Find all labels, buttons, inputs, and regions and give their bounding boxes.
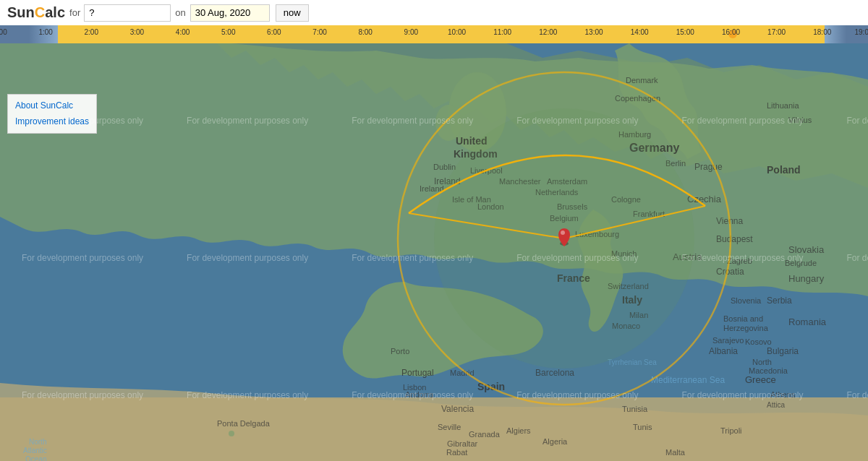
- svg-text:Slovakia: Slovakia: [788, 244, 825, 255]
- svg-text:Algiers: Algiers: [506, 426, 531, 435]
- info-panel: About SunCalc Improvement ideas: [7, 94, 97, 134]
- for-label: for: [69, 7, 80, 18]
- timeline-dawn: [29, 25, 58, 43]
- svg-text:Greece: Greece: [745, 374, 776, 385]
- svg-text:Gibraltar: Gibraltar: [447, 439, 478, 448]
- svg-text:Romania: Romania: [788, 316, 827, 327]
- timeline[interactable]: [0, 25, 868, 43]
- svg-text:Bosnia and: Bosnia and: [723, 314, 763, 323]
- improvement-link[interactable]: Improvement ideas: [15, 114, 89, 130]
- time-cursor[interactable]: [728, 30, 737, 38]
- svg-text:Granada: Granada: [469, 430, 501, 439]
- svg-text:Serbia: Serbia: [767, 296, 792, 306]
- on-label: on: [175, 7, 185, 18]
- date-input[interactable]: [190, 4, 270, 22]
- svg-text:North: North: [29, 438, 46, 446]
- svg-text:Tunis: Tunis: [633, 423, 652, 431]
- svg-text:Slovenia: Slovenia: [731, 296, 762, 305]
- svg-text:Macedonia: Macedonia: [749, 366, 788, 375]
- svg-text:Kosovo: Kosovo: [745, 337, 772, 346]
- logo-highlight: C: [35, 4, 45, 20]
- svg-text:Ponta Delgada: Ponta Delgada: [217, 419, 271, 428]
- svg-text:Porto: Porto: [391, 347, 409, 356]
- svg-text:Hungary: Hungary: [788, 273, 825, 284]
- svg-text:Poland: Poland: [767, 164, 801, 176]
- svg-text:Valencia: Valencia: [441, 404, 474, 414]
- svg-text:Algeria: Algeria: [542, 437, 568, 446]
- svg-point-88: [561, 231, 565, 235]
- svg-text:Seville: Seville: [438, 423, 461, 431]
- svg-text:Atlantic: Atlantic: [23, 447, 47, 454]
- app-logo: SunCalc: [7, 4, 65, 21]
- svg-text:Athens: Athens: [770, 390, 796, 399]
- svg-text:Albania: Albania: [709, 346, 738, 356]
- svg-text:Ocean: Ocean: [25, 455, 46, 461]
- svg-text:Lithuania: Lithuania: [767, 101, 800, 110]
- svg-text:Tripoli: Tripoli: [720, 426, 742, 435]
- svg-text:North: North: [752, 358, 772, 366]
- svg-text:Rabat: Rabat: [446, 448, 467, 457]
- about-link[interactable]: About SunCalc: [15, 98, 89, 114]
- svg-text:Denmark: Denmark: [626, 76, 658, 85]
- timeline-dusk: [825, 25, 846, 43]
- timeline-day: [58, 25, 825, 43]
- map-background: Germany Czechia France Austria Italy Spa…: [0, 43, 868, 461]
- svg-text:Bulgaria: Bulgaria: [767, 346, 799, 356]
- svg-text:Sarajevo: Sarajevo: [712, 336, 744, 345]
- svg-text:Herzegovina: Herzegovina: [723, 324, 769, 332]
- svg-text:Lisbon: Lisbon: [403, 383, 426, 392]
- svg-text:Tunisia: Tunisia: [622, 405, 648, 413]
- svg-text:Zagreb: Zagreb: [727, 257, 752, 265]
- svg-text:Attica: Attica: [767, 401, 785, 409]
- header: SunCalc for on now: [0, 0, 868, 25]
- timeline-night-left: [0, 25, 29, 43]
- now-button[interactable]: now: [276, 4, 309, 22]
- timeline-night-right: [846, 25, 868, 43]
- svg-point-68: [229, 431, 234, 436]
- location-input[interactable]: [84, 4, 171, 22]
- svg-text:Portugal: Portugal: [401, 368, 434, 378]
- map[interactable]: Germany Czechia France Austria Italy Spa…: [0, 43, 868, 461]
- svg-text:Belgrude: Belgrude: [785, 259, 817, 267]
- svg-text:Vilnius: Vilnius: [788, 116, 812, 124]
- svg-text:Malta: Malta: [665, 448, 686, 457]
- svg-text:Mediterranean Sea: Mediterranean Sea: [651, 375, 725, 385]
